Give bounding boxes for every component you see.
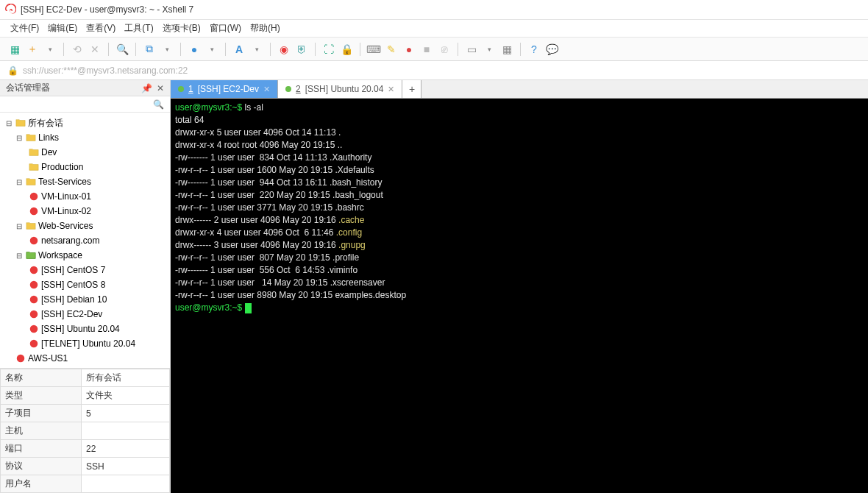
prop-value: 文件夹	[82, 387, 170, 405]
main-area: 会话管理器 📌 ✕ 🔍 ⊟ 所有会话 ⊟ Links Dev	[0, 80, 868, 493]
tile-icon[interactable]: ▦	[499, 42, 514, 57]
layout-caret-icon[interactable]: ▾	[482, 42, 497, 57]
address-text: ssh://user:****@mysvr3.netsarang.com:22	[23, 65, 188, 76]
folder-icon	[15, 117, 26, 129]
shield-icon[interactable]: ⛨	[294, 42, 309, 57]
session-manager-panel: 会话管理器 📌 ✕ 🔍 ⊟ 所有会话 ⊟ Links Dev	[0, 80, 171, 493]
search-icon[interactable]: 🔍	[153, 99, 164, 110]
svg-point-6	[30, 311, 38, 319]
prop-value	[82, 475, 170, 493]
tree-links[interactable]: ⊟ Links	[0, 130, 170, 145]
tree-workspace[interactable]: ⊟ Workspace	[0, 248, 170, 263]
tab-ubuntu[interactable]: 2 [SSH] Ubuntu 20.04 ✕	[278, 80, 402, 98]
terminal-output[interactable]: user@mysvr3:~$ ls -al total 64 drwxr-xr-…	[171, 99, 868, 493]
close-panel-icon[interactable]: ✕	[157, 83, 164, 93]
add-dropdown-icon[interactable]: ＋	[25, 42, 40, 57]
lock-icon: 🔒	[7, 65, 18, 76]
tree-test[interactable]: ⊟ Test-Services	[0, 174, 170, 189]
tree-item[interactable]: Dev	[0, 145, 170, 160]
tab-ec2-dev[interactable]: 1 [SSH] EC2-Dev ✕	[171, 80, 278, 98]
close-tab-icon[interactable]: ✕	[388, 85, 394, 94]
globe-icon[interactable]: ●	[187, 42, 202, 57]
record-icon[interactable]: ●	[402, 42, 416, 57]
lock-icon[interactable]: 🔒	[339, 42, 354, 57]
tree-label: [TELNET] Ubuntu 20.04	[41, 338, 135, 349]
status-dot-icon	[285, 86, 291, 92]
menu-edit[interactable]: 编辑(E)	[48, 22, 77, 35]
font-caret-icon[interactable]: ▾	[249, 42, 264, 57]
prop-key: 主机	[1, 422, 82, 440]
keyboard-icon[interactable]: ⌨	[366, 42, 381, 57]
tree-item[interactable]: [SSH] Debian 10	[0, 292, 170, 307]
prop-value	[82, 422, 170, 440]
collapse-icon[interactable]: ⊟	[15, 251, 24, 260]
menu-help[interactable]: 帮助(H)	[250, 22, 280, 35]
pause-icon[interactable]: ⎚	[437, 42, 452, 57]
folder-icon	[25, 176, 37, 188]
highlight-icon[interactable]: ✎	[384, 42, 399, 57]
copy-caret-icon[interactable]: ▾	[160, 42, 174, 57]
swirl-icon[interactable]: ◉	[277, 42, 291, 57]
app-logo-icon	[4, 4, 16, 15]
collapse-icon[interactable]: ⊟	[15, 221, 24, 230]
help-icon[interactable]: ?	[527, 42, 541, 57]
chat-icon[interactable]: 💬	[544, 42, 559, 57]
separator	[458, 43, 458, 56]
svg-point-1	[30, 208, 38, 216]
search-row[interactable]: 🔍	[0, 96, 170, 113]
tree-aws[interactable]: AWS-US1	[0, 351, 170, 366]
address-bar[interactable]: 🔒 ssh://user:****@mysvr3.netsarang.com:2…	[0, 61, 868, 80]
tree-root[interactable]: ⊟ 所有会话	[0, 116, 170, 130]
tree-label: [SSH] CentOS 7	[41, 265, 105, 275]
close-tab-icon[interactable]: ✕	[263, 85, 270, 94]
menu-window[interactable]: 窗口(W)	[210, 22, 241, 35]
pin-icon[interactable]: 📌	[141, 83, 152, 93]
tree-item[interactable]: [TELNET] Ubuntu 20.04	[0, 336, 170, 351]
tree-label: netsarang.com	[41, 235, 99, 246]
font-icon[interactable]: A	[232, 42, 246, 57]
prop-key: 用户名	[1, 475, 82, 493]
tree-item[interactable]: [SSH] EC2-Dev	[0, 307, 170, 322]
copy-icon[interactable]: ⧉	[142, 42, 157, 57]
tree-item[interactable]: [SSH] Ubuntu 20.04	[0, 322, 170, 336]
tree-item[interactable]: VM-Linux-01	[0, 189, 170, 204]
disconnect-icon[interactable]: ✕	[88, 42, 102, 57]
collapse-icon[interactable]: ⊟	[15, 133, 24, 142]
stop-icon[interactable]: ■	[419, 42, 434, 57]
collapse-icon[interactable]: ⊟	[4, 118, 13, 127]
menu-file[interactable]: 文件(F)	[10, 22, 39, 35]
add-tab-button[interactable]: +	[402, 80, 421, 98]
menu-view[interactable]: 查看(V)	[86, 22, 115, 35]
svg-point-3	[30, 266, 38, 274]
menu-tabs[interactable]: 选项卡(B)	[163, 22, 201, 35]
dropdown-caret-icon[interactable]: ▾	[43, 42, 57, 57]
prop-key: 子项目	[1, 405, 82, 422]
prop-row: 用户名	[1, 475, 170, 493]
prop-row: 协议SSH	[1, 458, 170, 475]
tree-item[interactable]: [SSH] CentOS 8	[0, 277, 170, 292]
globe-caret-icon[interactable]: ▾	[204, 42, 219, 57]
tab-number: 1	[188, 84, 193, 94]
tree-item[interactable]: netsarang.com	[0, 233, 170, 248]
collapse-icon[interactable]: ⊟	[15, 177, 24, 186]
tree-item[interactable]: VM-Linux-02	[0, 204, 170, 219]
menubar: 文件(F) 编辑(E) 查看(V) 工具(T) 选项卡(B) 窗口(W) 帮助(…	[0, 20, 868, 38]
menu-tools[interactable]: 工具(T)	[124, 22, 153, 35]
tree-web[interactable]: ⊟ Web-Services	[0, 219, 170, 233]
prop-value: SSH	[82, 458, 170, 475]
layout-icon[interactable]: ▭	[464, 42, 479, 57]
new-session-icon[interactable]: ▦	[7, 42, 22, 57]
folder-icon	[25, 220, 37, 232]
prop-key: 端口	[1, 440, 82, 458]
tree-item[interactable]: [SSH] CentOS 7	[0, 263, 170, 277]
tree-item[interactable]: Production	[0, 160, 170, 174]
search-icon[interactable]: 🔍	[115, 42, 129, 57]
reconnect-icon[interactable]: ⟲	[70, 42, 85, 57]
fullscreen-icon[interactable]: ⛶	[321, 42, 336, 57]
svg-point-9	[17, 355, 25, 363]
session-icon	[28, 308, 40, 320]
prop-value: 所有会话	[82, 369, 170, 387]
tree-label: [SSH] CentOS 8	[41, 280, 105, 290]
properties-panel: 名称所有会话 类型文件夹 子项目5 主机 端口22 协议SSH 用户名	[0, 368, 170, 493]
tree-label: [SSH] Debian 10	[41, 294, 107, 305]
